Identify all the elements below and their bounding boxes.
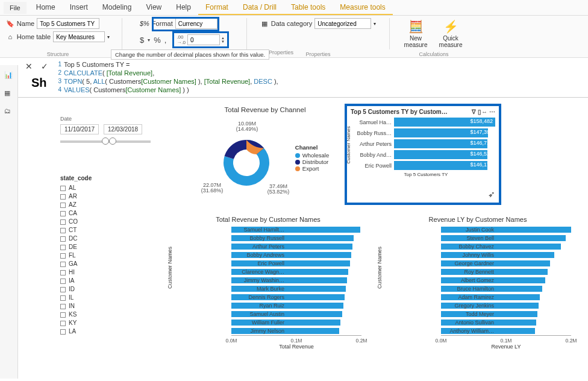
state-item-de[interactable]: DE	[60, 243, 151, 251]
state-item-ar[interactable]: AR	[60, 192, 151, 201]
cursor-icon: ➶	[488, 189, 495, 199]
state-item-az[interactable]: AZ	[60, 201, 151, 209]
state-item-ky[interactable]: KY	[60, 319, 151, 327]
state-item-in[interactable]: IN	[60, 302, 151, 310]
state-item-fl[interactable]: FL	[60, 251, 151, 260]
data-category-label: Data category	[271, 20, 312, 27]
decimal-places-spinner[interactable]: .00→.0 ▲▼	[172, 31, 229, 48]
report-view-icon[interactable]: 📊	[4, 71, 14, 81]
tab-view[interactable]: View	[139, 1, 169, 15]
checkbox-icon[interactable]	[60, 253, 66, 259]
state-item-ct[interactable]: CT	[60, 226, 151, 235]
checkbox-icon[interactable]	[60, 211, 66, 216]
tab-home[interactable]: Home	[29, 1, 63, 15]
checkbox-icon[interactable]	[60, 287, 66, 292]
state-item-il[interactable]: IL	[60, 294, 151, 302]
bar-row: Jimmy Washin…	[231, 276, 361, 285]
commit-formula-button[interactable]: ✓	[41, 61, 51, 71]
model-view-icon[interactable]: 🗂	[4, 107, 14, 117]
checkbox-icon[interactable]	[60, 321, 66, 326]
spin-down-icon[interactable]: ▼	[221, 40, 225, 43]
checkbox-icon[interactable]	[60, 312, 66, 318]
legend-item[interactable]: Distributor	[295, 159, 329, 165]
data-view-icon[interactable]: ▦	[4, 89, 14, 99]
slider-handle-left[interactable]	[102, 137, 109, 145]
slider-handle-right[interactable]	[109, 137, 116, 145]
thousands-button[interactable]: ,	[164, 36, 167, 45]
bar-row: Roy Bennett	[441, 268, 571, 276]
donut-chart[interactable]: Total Revenue by Channel 10.09M (14.49%)…	[175, 106, 355, 200]
bar-row: Ryan Ruiz	[231, 301, 361, 310]
checkbox-icon[interactable]	[60, 219, 66, 225]
tab-format[interactable]: Format	[198, 1, 236, 15]
checkbox-icon[interactable]	[60, 262, 66, 267]
x-tick: 0.2M	[566, 338, 577, 344]
chevron-down-icon[interactable]: ▾	[107, 34, 110, 40]
tab-insert[interactable]: Insert	[63, 1, 95, 15]
bar-chart-revenue-ly[interactable]: Revenue LY by Customer Names Customer Na…	[384, 216, 571, 350]
new-measure-button[interactable]: 🧮New measure	[401, 18, 431, 49]
state-item-id[interactable]: ID	[60, 285, 151, 294]
bar-chart-revenue-ty[interactable]: Total Revenue by Customer Names Customer…	[175, 216, 361, 350]
bar-right-title: Revenue LY by Customer Names	[384, 216, 571, 223]
top5-row: Bobby Russ…$147,393	[357, 128, 495, 137]
state-item-ga[interactable]: GA	[60, 260, 151, 268]
checkbox-icon[interactable]	[60, 236, 66, 242]
checkbox-icon[interactable]	[60, 295, 66, 301]
ribbon: 🔖 Name ⌂ Home table ▾ Structure $% Forma…	[0, 16, 588, 58]
date-from[interactable]: 11/10/2017	[60, 124, 99, 134]
state-item-co[interactable]: CO	[60, 218, 151, 226]
more-options-icon[interactable]: ⋯	[489, 109, 495, 115]
state-item-la[interactable]: LA	[60, 327, 151, 336]
tab-modeling[interactable]: Modeling	[95, 1, 139, 15]
checkbox-icon[interactable]	[60, 245, 66, 250]
data-category-dropdown[interactable]	[314, 18, 371, 29]
x-tick: 0.2M	[356, 338, 367, 344]
ribbon-group-structure: 🔖 Name ⌂ Home table ▾ Structure	[5, 18, 111, 57]
legend-item[interactable]: Export	[295, 165, 329, 172]
state-item-ia[interactable]: IA	[60, 277, 151, 285]
x-tick: 0.0M	[436, 338, 447, 344]
date-slider-track[interactable]	[60, 140, 151, 143]
currency-button[interactable]: $	[140, 36, 144, 45]
checkbox-icon[interactable]	[60, 329, 66, 335]
legend-item[interactable]: Wholesale	[295, 152, 329, 159]
checkbox-icon[interactable]	[60, 186, 66, 191]
decimals-tooltip: Change the number of decimal places show…	[111, 49, 269, 60]
state-item-dc[interactable]: DC	[60, 235, 151, 243]
percent-button[interactable]: %	[154, 36, 161, 45]
state-slicer-title: state_code	[60, 175, 151, 181]
bar-row: Johnny Willis	[441, 251, 571, 259]
tab-data-drill[interactable]: Data / Drill	[236, 1, 284, 15]
top5-visual[interactable]: Top 5 Customers TY by Custom… ∇ ▯↔ ⋯ Cus…	[345, 104, 501, 205]
tab-table-tools[interactable]: Table tools	[284, 1, 333, 15]
tab-measure-tools[interactable]: Measure tools	[333, 1, 392, 15]
checkbox-icon[interactable]	[60, 270, 66, 276]
state-item-ks[interactable]: KS	[60, 310, 151, 319]
checkbox-icon[interactable]	[60, 228, 66, 233]
cancel-formula-button[interactable]: ✕	[25, 61, 35, 71]
decimal-places-input[interactable]	[187, 34, 220, 45]
checkbox-icon[interactable]	[60, 304, 66, 309]
donut-label-whole-pct: (53.82%)	[267, 189, 290, 195]
date-slicer[interactable]: Date 11/10/2017 12/03/2018	[60, 116, 151, 143]
checkbox-icon[interactable]	[60, 194, 66, 200]
focus-mode-icon[interactable]: ▯↔	[478, 109, 487, 115]
formula-editor[interactable]: 1Top 5 Customers TY =2CALCULATE( [Total …	[55, 58, 588, 97]
measure-name-input[interactable]	[37, 18, 99, 29]
state-item-al[interactable]: AL	[60, 184, 151, 192]
state-slicer[interactable]: state_code ALARAZCACOCTDCDEFLGAHIIAIDILI…	[60, 175, 151, 336]
checkbox-icon[interactable]	[60, 203, 66, 208]
state-item-ca[interactable]: CA	[60, 209, 151, 218]
quick-measure-button[interactable]: ⚡Quick measure	[434, 18, 467, 49]
checkbox-icon[interactable]	[60, 279, 66, 284]
tab-file[interactable]: File	[4, 2, 27, 14]
state-item-hi[interactable]: HI	[60, 268, 151, 277]
tab-help[interactable]: Help	[169, 1, 198, 15]
calculator-icon: 🧮	[408, 19, 424, 34]
date-to[interactable]: 12/03/2018	[104, 124, 142, 134]
ribbon-divider	[122, 18, 122, 49]
home-table-input[interactable]	[53, 31, 105, 42]
chevron-down-icon[interactable]: ▾	[374, 21, 376, 27]
filter-icon[interactable]: ∇	[472, 109, 476, 115]
